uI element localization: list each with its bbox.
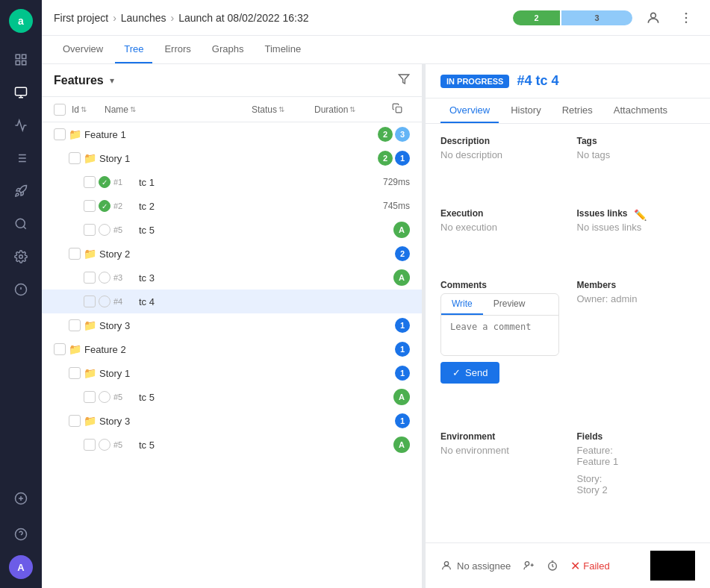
folder-icon: 📁 (69, 128, 81, 140)
breadcrumb-launch[interactable]: Launch at 08/02/2022 16:32 (178, 12, 308, 24)
row-checkbox[interactable] (69, 415, 81, 427)
list-item[interactable]: 📁 Feature 2 1 (42, 337, 422, 361)
list-item[interactable]: ✓ #1 tc 1 729ms (42, 170, 422, 194)
progress-green-value: 2 (535, 13, 539, 22)
row-checkbox[interactable] (69, 319, 81, 331)
progress-bar: 2 3 (513, 10, 632, 25)
row-checkbox[interactable] (84, 272, 96, 284)
tab-detail-attachments[interactable]: Attachments (605, 98, 676, 123)
list-item[interactable]: 📁 Story 1 1 (42, 361, 422, 385)
comment-input[interactable] (441, 316, 558, 353)
feature-field: Feature: Feature 1 (577, 445, 696, 467)
sidebar-item-home[interactable] (6, 45, 36, 75)
status-badge: IN PROGRESS (440, 75, 509, 88)
list-item[interactable]: #5 tc 5 A (42, 385, 422, 409)
more-options-icon[interactable] (674, 6, 698, 30)
sidebar-item-search[interactable] (6, 209, 36, 239)
th-id[interactable]: Id ⇅ (72, 104, 102, 115)
tags-value: No tags (577, 149, 696, 160)
sidebar-item-dashboard[interactable] (6, 78, 36, 107)
row-checkbox[interactable] (84, 176, 96, 188)
user-icon[interactable] (641, 6, 665, 30)
tags-label: Tags (577, 136, 696, 146)
status-circle (99, 295, 110, 307)
resize-handle[interactable] (423, 64, 426, 588)
list-item[interactable]: #4 tc 4 (42, 290, 422, 313)
comment-tab-write[interactable]: Write (441, 294, 483, 315)
tab-timeline[interactable]: Timeline (255, 36, 310, 63)
features-chevron-icon[interactable]: ▾ (110, 75, 114, 86)
row-checkbox[interactable] (54, 343, 66, 355)
list-item[interactable]: 📁 Story 3 1 (42, 409, 422, 433)
comment-tab-preview[interactable]: Preview (483, 294, 536, 315)
avatar: A (393, 269, 410, 286)
sidebar-item-settings[interactable] (6, 242, 36, 272)
sidebar-help[interactable] (6, 519, 36, 549)
breadcrumb-launches[interactable]: Launches (121, 12, 166, 24)
list-item[interactable]: 📁 Story 1 2 1 (42, 146, 422, 170)
th-id-label: Id (72, 104, 79, 115)
tab-detail-overview[interactable]: Overview (440, 98, 499, 123)
sidebar-item-chart[interactable] (6, 110, 36, 140)
th-status[interactable]: Status ⇅ (252, 104, 311, 115)
th-checkbox[interactable] (54, 104, 69, 116)
sidebar-item-rocket[interactable] (6, 176, 36, 206)
breadcrumb-project[interactable]: First project (54, 12, 108, 24)
svg-rect-4 (16, 61, 19, 65)
row-checkbox[interactable] (54, 128, 66, 140)
th-copy[interactable] (392, 103, 410, 116)
tab-graphs[interactable]: Graphs (203, 36, 253, 63)
list-item[interactable]: #3 tc 3 A (42, 266, 422, 290)
badge-green: 2 (378, 151, 393, 166)
svg-rect-6 (16, 87, 27, 96)
app-logo[interactable]: a (9, 9, 33, 33)
list-item[interactable]: #5 tc 5 A (42, 218, 422, 242)
row-checkbox[interactable] (84, 295, 96, 307)
tab-detail-history[interactable]: History (502, 98, 549, 123)
tab-errors[interactable]: Errors (155, 36, 199, 63)
th-duration[interactable]: Duration ⇅ (314, 104, 389, 115)
tab-overview[interactable]: Overview (54, 36, 112, 63)
failed-badge[interactable]: ✕ Failed (570, 559, 609, 573)
list-item[interactable]: 📁 Story 3 1 (42, 313, 422, 337)
row-name: tc 2 (139, 201, 355, 212)
sidebar-add-button[interactable] (6, 484, 36, 513)
list-item[interactable]: 📁 Story 2 2 (42, 242, 422, 266)
badge-blue: 1 (395, 366, 410, 381)
list-item[interactable]: ✓ #2 tc 2 745ms (42, 194, 422, 218)
nav-tabs: Overview Tree Errors Graphs Timeline (42, 36, 710, 64)
row-checkbox[interactable] (69, 248, 81, 260)
add-member-button[interactable] (523, 560, 535, 572)
row-checkbox[interactable] (84, 224, 96, 236)
avatar: A (393, 437, 410, 453)
svg-rect-29 (396, 107, 402, 113)
user-avatar[interactable]: A (9, 555, 33, 579)
row-checkbox[interactable] (69, 152, 81, 164)
svg-point-13 (16, 219, 25, 228)
row-checkbox[interactable] (84, 200, 96, 212)
filter-icon[interactable] (398, 73, 410, 87)
badge-blue: 2 (395, 246, 410, 261)
timer-button[interactable] (546, 560, 558, 572)
failed-x-icon: ✕ (570, 559, 580, 573)
sidebar-item-integration[interactable] (6, 275, 36, 304)
th-id-sort-icon: ⇅ (81, 105, 87, 113)
sidebar-item-list[interactable] (6, 143, 36, 173)
badge-row: 1 (395, 318, 410, 333)
failed-label: Failed (583, 560, 609, 572)
th-name[interactable]: Name ⇅ (105, 104, 249, 115)
environment-label: Environment (440, 431, 559, 442)
edit-icon[interactable]: ✏️ (634, 209, 647, 221)
badge-row: 1 (395, 366, 410, 381)
row-checkbox[interactable] (84, 439, 96, 451)
assignee-button[interactable]: No assignee (440, 560, 511, 572)
list-item[interactable]: 📁 Feature 1 2 3 (42, 122, 422, 146)
row-checkbox[interactable] (84, 391, 96, 403)
row-name: Story 3 (99, 416, 392, 427)
list-item[interactable]: #5 tc 5 A (42, 433, 422, 457)
breadcrumb-sep-2: › (171, 12, 175, 24)
send-button[interactable]: ✓ Send (440, 362, 499, 384)
tab-detail-retries[interactable]: Retries (553, 98, 602, 123)
row-checkbox[interactable] (69, 367, 81, 379)
tab-tree[interactable]: Tree (115, 36, 152, 63)
